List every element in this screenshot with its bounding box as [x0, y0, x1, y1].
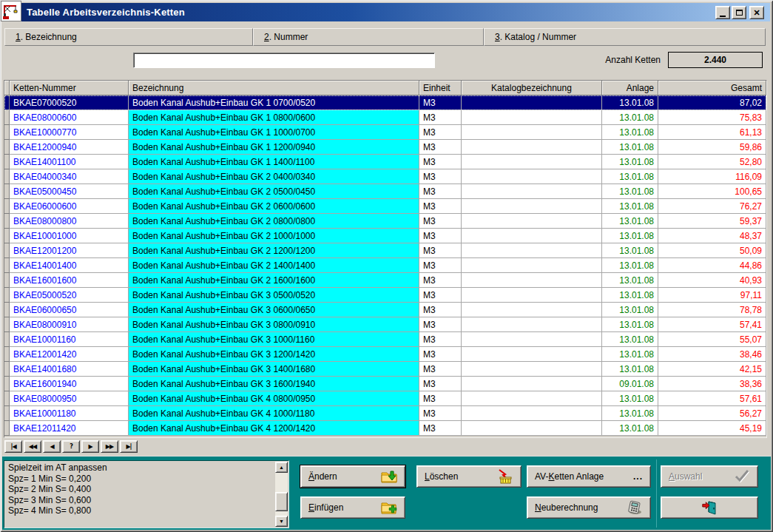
- cell-einheit[interactable]: M3: [419, 377, 462, 391]
- cell-bez[interactable]: Boden Kanal Aushub+Einbau GK 2 0400/0340: [129, 169, 419, 184]
- cell-katalog[interactable]: [462, 110, 602, 125]
- cell-einheit[interactable]: M3: [419, 125, 462, 140]
- close-button[interactable]: ✕: [749, 6, 764, 19]
- cell-bez[interactable]: Boden Kanal Aushub+Einbau GK 1 1400/1100: [129, 155, 419, 169]
- nav-last-button[interactable]: ▶|: [120, 440, 138, 453]
- cell-gesamt[interactable]: 78,78: [658, 303, 766, 317]
- minimize-button[interactable]: [715, 6, 730, 19]
- header-anlage[interactable]: Anlage: [602, 81, 658, 95]
- cell-gesamt[interactable]: 59,37: [658, 214, 766, 229]
- cell-einheit[interactable]: M3: [419, 110, 462, 125]
- nav-prev-button[interactable]: ◀: [43, 440, 61, 453]
- scrollbar-thumb[interactable]: [275, 492, 288, 511]
- cell-bez[interactable]: Boden Kanal Aushub+Einbau GK 3 0600/0650: [129, 303, 419, 317]
- table-row[interactable]: BKAE14001100Boden Kanal Aushub+Einbau GK…: [4, 155, 766, 169]
- cell-katalog[interactable]: [462, 243, 602, 258]
- cell-nr[interactable]: BKAE10001160: [10, 332, 129, 347]
- cell-bez[interactable]: Boden Kanal Aushub+Einbau GK 1 1000/0700: [129, 125, 419, 140]
- cell-nr[interactable]: BKAE16001940: [10, 377, 129, 391]
- cell-gesamt[interactable]: 100,65: [658, 184, 766, 199]
- cell-katalog[interactable]: [462, 169, 602, 184]
- cell-einheit[interactable]: M3: [419, 184, 462, 199]
- cell-anlage[interactable]: 13.01.08: [602, 110, 658, 125]
- cell-katalog[interactable]: [462, 377, 602, 391]
- title-bar[interactable]: Tabelle Arbeitsverzeichnis-Ketten ✕: [3, 3, 770, 21]
- cell-katalog[interactable]: [462, 288, 602, 303]
- scroll-down-icon[interactable]: ▼: [275, 516, 288, 527]
- cell-einheit[interactable]: M3: [419, 273, 462, 288]
- cell-einheit[interactable]: M3: [419, 140, 462, 155]
- cell-bez[interactable]: Boden Kanal Aushub+Einbau GK 2 1400/1400: [129, 258, 419, 273]
- cell-nr[interactable]: BKAE12001420: [10, 347, 129, 362]
- table-row[interactable]: BKAE10001180Boden Kanal Aushub+Einbau GK…: [4, 406, 766, 421]
- search-input[interactable]: [133, 53, 435, 68]
- tab-bezeichnung[interactable]: 1. Bezeichnung: [4, 28, 253, 46]
- cell-gesamt[interactable]: 59,86: [658, 140, 766, 155]
- cell-gesamt[interactable]: 50,09: [658, 243, 766, 258]
- cell-bez[interactable]: Boden Kanal Aushub+Einbau GK 2 1600/1600: [129, 273, 419, 288]
- table-row[interactable]: BKAE06000650Boden Kanal Aushub+Einbau GK…: [4, 303, 766, 317]
- exit-button[interactable]: [661, 496, 758, 519]
- cell-nr[interactable]: BKAE16001600: [10, 273, 129, 288]
- cell-katalog[interactable]: [462, 140, 602, 155]
- cell-anlage[interactable]: 13.01.08: [602, 258, 658, 273]
- nav-help-button[interactable]: ?: [62, 440, 80, 453]
- cell-gesamt[interactable]: 116,09: [658, 169, 766, 184]
- table-row[interactable]: BKAE14001400Boden Kanal Aushub+Einbau GK…: [4, 258, 766, 273]
- cell-bez[interactable]: Boden Kanal Aushub+Einbau GK 1 0700/0520: [129, 95, 419, 110]
- table-row[interactable]: BKAE05000450Boden Kanal Aushub+Einbau GK…: [4, 184, 766, 199]
- cell-anlage[interactable]: 13.01.08: [602, 332, 658, 347]
- loeschen-button[interactable]: Löschen: [416, 465, 521, 488]
- cell-gesamt[interactable]: 57,61: [658, 391, 766, 406]
- tab-katalog-nummer[interactable]: 3. Katalog / Nummer: [484, 28, 766, 46]
- cell-katalog[interactable]: [462, 184, 602, 199]
- cell-bez[interactable]: Boden Kanal Aushub+Einbau GK 2 1000/1000: [129, 229, 419, 243]
- cell-anlage[interactable]: 13.01.08: [602, 199, 658, 214]
- cell-katalog[interactable]: [462, 229, 602, 243]
- header-bezeichnung[interactable]: Bezeichnung: [129, 81, 419, 95]
- table-row[interactable]: BKAE07000520Boden Kanal Aushub+Einbau GK…: [4, 95, 766, 110]
- cell-nr[interactable]: BKAE08000600: [10, 110, 129, 125]
- cell-nr[interactable]: BKAE14001680: [10, 362, 129, 377]
- cell-einheit[interactable]: M3: [419, 317, 462, 332]
- cell-anlage[interactable]: 13.01.08: [602, 184, 658, 199]
- cell-nr[interactable]: BKAE06000600: [10, 199, 129, 214]
- cell-gesamt[interactable]: 55,07: [658, 332, 766, 347]
- cell-einheit[interactable]: M3: [419, 391, 462, 406]
- cell-bez[interactable]: Boden Kanal Aushub+Einbau GK 3 1600/1940: [129, 377, 419, 391]
- cell-einheit[interactable]: M3: [419, 347, 462, 362]
- table-row[interactable]: BKAE08000600Boden Kanal Aushub+Einbau GK…: [4, 110, 766, 125]
- cell-einheit[interactable]: M3: [419, 288, 462, 303]
- cell-katalog[interactable]: [462, 258, 602, 273]
- cell-bez[interactable]: Boden Kanal Aushub+Einbau GK 1 0800/0600: [129, 110, 419, 125]
- cell-nr[interactable]: BKAE08000800: [10, 214, 129, 229]
- nav-next-fast-button[interactable]: ▶▶: [101, 440, 118, 453]
- tab-nummer[interactable]: 2. Nummer: [253, 28, 484, 46]
- cell-gesamt[interactable]: 75,83: [658, 110, 766, 125]
- cell-anlage[interactable]: 13.01.08: [602, 95, 658, 110]
- info-scrollbar[interactable]: ▲ ▼: [275, 462, 288, 527]
- cell-gesamt[interactable]: 38,46: [658, 347, 766, 362]
- cell-anlage[interactable]: 13.01.08: [602, 214, 658, 229]
- cell-katalog[interactable]: [462, 421, 602, 436]
- cell-anlage[interactable]: 13.01.08: [602, 140, 658, 155]
- cell-bez[interactable]: Boden Kanal Aushub+Einbau GK 3 0800/0910: [129, 317, 419, 332]
- scroll-up-icon[interactable]: ▲: [275, 462, 288, 473]
- cell-katalog[interactable]: [462, 155, 602, 169]
- cell-bez[interactable]: Boden Kanal Aushub+Einbau GK 3 1400/1680: [129, 362, 419, 377]
- table-row[interactable]: BKAE12001420Boden Kanal Aushub+Einbau GK…: [4, 347, 766, 362]
- cell-anlage[interactable]: 13.01.08: [602, 421, 658, 436]
- cell-einheit[interactable]: M3: [419, 155, 462, 169]
- cell-nr[interactable]: BKAE05000450: [10, 184, 129, 199]
- cell-bez[interactable]: Boden Kanal Aushub+Einbau GK 3 1200/1420: [129, 347, 419, 362]
- cell-nr[interactable]: BKAE07000520: [10, 95, 129, 110]
- cell-bez[interactable]: Boden Kanal Aushub+Einbau GK 4 1000/1180: [129, 406, 419, 421]
- cell-gesamt[interactable]: 44,86: [658, 258, 766, 273]
- cell-katalog[interactable]: [462, 347, 602, 362]
- header-einheit[interactable]: Einheit: [419, 81, 462, 95]
- cell-einheit[interactable]: M3: [419, 229, 462, 243]
- cell-katalog[interactable]: [462, 273, 602, 288]
- maximize-button[interactable]: [732, 6, 746, 19]
- table-row[interactable]: BKAE06000600Boden Kanal Aushub+Einbau GK…: [4, 199, 766, 214]
- cell-anlage[interactable]: 13.01.08: [602, 125, 658, 140]
